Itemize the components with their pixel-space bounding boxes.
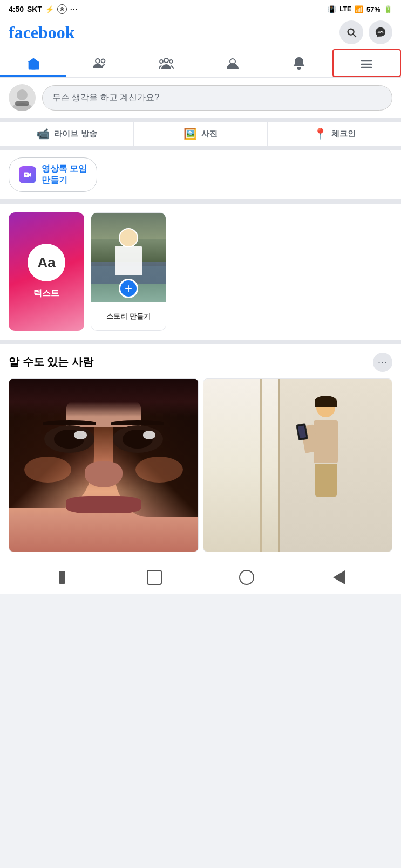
svg-point-2 (164, 58, 168, 63)
nav-item-notifications[interactable] (266, 50, 332, 77)
nav-item-groups[interactable] (133, 50, 199, 77)
create-story-label: 스토리 만들기 (91, 302, 166, 330)
bottom-nav (0, 561, 401, 594)
checkin-button[interactable]: 📍 체크인 (268, 122, 401, 146)
video-add-icon (23, 170, 32, 180)
person-card-1[interactable] (9, 378, 199, 552)
stories-container: Aa 텍스트 (9, 212, 392, 331)
photo-label: 사진 (201, 129, 218, 139)
video-room-icon (19, 166, 36, 183)
photo-icon: 🖼️ (183, 127, 197, 140)
nav-item-menu[interactable] (332, 49, 401, 77)
carrier: SKT (27, 5, 42, 13)
messenger-button[interactable] (369, 20, 392, 44)
story-user-photo: + (91, 213, 166, 302)
nav-item-profile[interactable] (200, 50, 266, 77)
svg-point-0 (96, 59, 100, 63)
nav-bar (0, 49, 401, 78)
post-input[interactable]: 무슨 생각을 하고 계신가요? (42, 85, 392, 111)
stories-section: Aa 텍스트 (0, 204, 401, 344)
svg-point-4 (169, 60, 173, 63)
people-section: 알 수도 있는 사람 ··· (0, 344, 401, 561)
nav-item-home[interactable] (0, 50, 66, 77)
live-button[interactable]: 📹 라이브 방송 (0, 122, 134, 146)
roaming-icon: ® (57, 4, 67, 14)
svg-point-3 (160, 60, 163, 63)
home-icon (26, 56, 41, 71)
status-left: 4:50 SKT ⚡ ® ··· (9, 4, 78, 14)
groups-icon (159, 56, 174, 71)
stop-button[interactable] (49, 568, 76, 587)
battery-icon: 🔋 (384, 5, 392, 13)
battery: 57% (366, 5, 380, 13)
vibrate-icon: 📳 (328, 5, 336, 13)
menu-icon (359, 57, 374, 72)
stop-icon (59, 571, 65, 584)
svg-point-1 (101, 59, 105, 63)
people-grid (0, 378, 401, 561)
back-arrow-icon (333, 570, 345, 584)
bell-icon (291, 56, 307, 71)
person-photo-2 (203, 379, 392, 552)
profile-icon (225, 56, 240, 71)
svg-point-10 (17, 89, 28, 100)
status-bar: 4:50 SKT ⚡ ® ··· 📳 LTE 📶 57% 🔋 (0, 0, 401, 16)
photo-button[interactable]: 🖼️ 사진 (134, 122, 268, 146)
home-button[interactable] (141, 568, 168, 587)
user-avatar (9, 84, 36, 111)
circle-icon (239, 570, 254, 585)
time: 4:50 (9, 5, 24, 13)
checkin-icon: 📍 (314, 127, 327, 140)
facebook-logo: facebook (9, 23, 75, 43)
app-header: facebook (0, 16, 401, 49)
post-box: 무슨 생각을 하고 계신가요? (0, 78, 401, 122)
person-photo-1 (9, 379, 198, 552)
search-button[interactable] (339, 20, 363, 44)
text-story-card[interactable]: Aa 텍스트 (9, 212, 84, 331)
people-title: 알 수도 있는 사람 (9, 355, 93, 369)
friends-icon (92, 56, 107, 71)
lightning-icon: ⚡ (45, 5, 54, 13)
text-story-aa: Aa (28, 244, 65, 281)
more-icon: ··· (378, 356, 388, 368)
svg-rect-11 (15, 101, 29, 106)
home-square-icon (147, 570, 162, 585)
status-right: 📳 LTE 📶 57% 🔋 (328, 5, 392, 13)
live-label: 라이브 방송 (54, 129, 97, 139)
signal-icon: 📶 (355, 5, 363, 13)
people-header: 알 수도 있는 사람 ··· (0, 344, 401, 378)
people-more-button[interactable]: ··· (373, 353, 392, 372)
recents-button[interactable] (233, 568, 260, 587)
person-card-2[interactable] (203, 378, 393, 552)
avatar-image (9, 84, 36, 111)
action-bar: 📹 라이브 방송 🖼️ 사진 📍 체크인 (0, 122, 401, 150)
checkin-label: 체크인 (331, 129, 356, 139)
live-icon: 📹 (36, 127, 50, 140)
network-icon: LTE (339, 5, 351, 13)
back-button[interactable] (325, 568, 352, 587)
search-icon (345, 26, 357, 38)
nav-item-friends[interactable] (66, 50, 133, 77)
video-room-banner: 영상톡 모임만들기 (0, 150, 401, 204)
ellipsis-status: ··· (70, 5, 78, 13)
header-icons (339, 20, 392, 44)
video-room-text: 영상톡 모임만들기 (42, 163, 87, 186)
messenger-icon (375, 26, 386, 38)
video-room-button[interactable]: 영상톡 모임만들기 (9, 157, 97, 192)
create-story-card[interactable]: + 스토리 만들기 (91, 212, 166, 331)
text-story-label: 텍스트 (33, 288, 59, 299)
story-add-button[interactable]: + (119, 279, 138, 298)
